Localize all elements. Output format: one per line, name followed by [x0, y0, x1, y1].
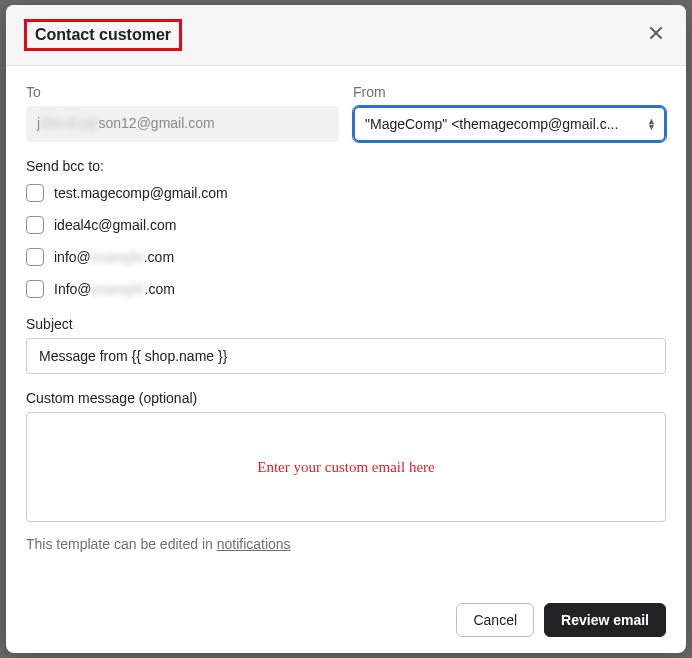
- review-email-button[interactable]: Review email: [544, 603, 666, 637]
- close-icon: [648, 25, 664, 45]
- subject-label: Subject: [26, 316, 666, 332]
- bcc-checkbox[interactable]: [26, 184, 44, 202]
- bcc-prefix: ideal4c@gmail.com: [54, 217, 176, 233]
- title-highlight-box: Contact customer: [24, 19, 182, 51]
- bcc-prefix: Info@: [54, 281, 92, 297]
- bcc-email: ideal4c@gmail.com: [54, 217, 176, 233]
- bcc-checkbox[interactable]: [26, 248, 44, 266]
- bcc-label: Send bcc to:: [26, 158, 666, 174]
- custom-message-textarea[interactable]: Enter your custom email here: [26, 412, 666, 522]
- custom-message-label: Custom message (optional): [26, 390, 666, 406]
- bcc-checkbox[interactable]: [26, 216, 44, 234]
- footnote-text: This template can be edited in: [26, 536, 217, 552]
- modal-footer: Cancel Review email: [6, 587, 686, 653]
- to-suffix: son12@gmail.com: [99, 115, 215, 131]
- bcc-item: ideal4c@gmail.com: [26, 216, 666, 234]
- modal-header: Contact customer: [6, 5, 686, 66]
- bcc-list: test.magecomp@gmail.com ideal4c@gmail.co…: [26, 184, 666, 298]
- from-select[interactable]: "MageComp" <themagecomp@gmail.c... ▲▼: [353, 106, 666, 142]
- contact-customer-modal: Contact customer To john.d.carson12@gmai…: [6, 5, 686, 653]
- select-arrows-icon: ▲▼: [647, 118, 656, 130]
- to-blur: ohn.d.car: [40, 115, 98, 131]
- notifications-link[interactable]: notifications: [217, 536, 291, 552]
- from-label: From: [353, 84, 666, 100]
- to-label: To: [26, 84, 339, 100]
- annotation-text: Enter your custom email here: [257, 459, 434, 476]
- modal-title: Contact customer: [35, 26, 171, 43]
- close-button[interactable]: [644, 21, 668, 50]
- bcc-prefix: test.magecomp@gmail.com: [54, 185, 228, 201]
- from-value: "MageComp" <themagecomp@gmail.c...: [365, 116, 618, 132]
- to-field: john.d.carson12@gmail.com: [26, 106, 339, 142]
- bcc-blur: example: [91, 249, 144, 265]
- bcc-item: info@example.com: [26, 248, 666, 266]
- bcc-blur: example: [92, 281, 145, 297]
- bcc-item: Info@example.com: [26, 280, 666, 298]
- cancel-button[interactable]: Cancel: [456, 603, 534, 637]
- bcc-email: Info@example.com: [54, 281, 175, 297]
- bcc-item: test.magecomp@gmail.com: [26, 184, 666, 202]
- footnote: This template can be edited in notificat…: [26, 536, 666, 552]
- bcc-suffix: .com: [144, 249, 174, 265]
- bcc-checkbox[interactable]: [26, 280, 44, 298]
- bcc-email: info@example.com: [54, 249, 174, 265]
- bcc-suffix: .com: [145, 281, 175, 297]
- subject-input[interactable]: [26, 338, 666, 374]
- modal-body: To john.d.carson12@gmail.com From "MageC…: [6, 66, 686, 587]
- bcc-prefix: info@: [54, 249, 91, 265]
- bcc-email: test.magecomp@gmail.com: [54, 185, 228, 201]
